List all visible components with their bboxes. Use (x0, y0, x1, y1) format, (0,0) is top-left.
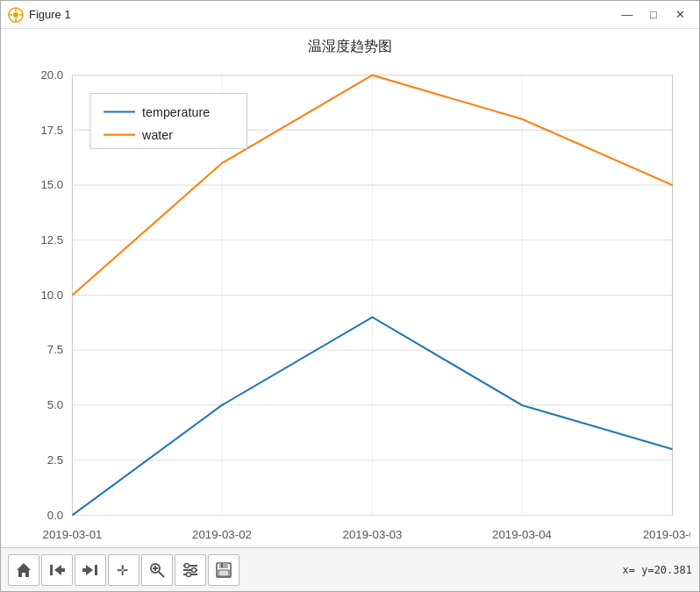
main-window: Figure 1 — □ ✕ 温湿度趋势图 (0, 0, 700, 592)
svg-point-1 (13, 12, 18, 18)
svg-text:0.0: 0.0 (47, 508, 63, 521)
pan-icon: ✛ (115, 561, 132, 579)
window-controls: — □ ✕ (615, 5, 692, 25)
chart-svg: 0.0 2.5 5.0 7.5 10.0 12.5 15.0 17.5 20.0 (10, 61, 690, 547)
configure-icon (182, 561, 199, 579)
configure-button[interactable] (175, 554, 206, 586)
window-icon (8, 7, 24, 23)
svg-point-53 (187, 572, 191, 576)
forward-button[interactable] (75, 554, 106, 586)
title-bar: Figure 1 — □ ✕ (1, 1, 699, 29)
svg-text:7.5: 7.5 (47, 343, 63, 356)
zoom-icon (148, 561, 166, 579)
svg-text:2.5: 2.5 (47, 453, 63, 467)
svg-marker-38 (17, 563, 31, 577)
svg-text:5.0: 5.0 (47, 398, 63, 411)
svg-text:10.0: 10.0 (40, 289, 63, 302)
back-icon (48, 561, 66, 579)
svg-text:2019-03-02: 2019-03-02 (192, 527, 252, 540)
zoom-button[interactable] (141, 554, 173, 586)
toolbar: ✛ (1, 547, 699, 591)
chart-container: 0.0 2.5 5.0 7.5 10.0 12.5 15.0 17.5 20.0 (10, 61, 690, 547)
maximize-button[interactable]: □ (641, 5, 666, 25)
svg-text:2019-03-01: 2019-03-01 (43, 527, 103, 540)
home-button[interactable] (8, 554, 39, 586)
window-title: Figure 1 (29, 8, 615, 21)
chart-title: 温湿度趋势图 (308, 38, 392, 56)
svg-text:20.0: 20.0 (40, 68, 63, 82)
svg-marker-39 (54, 565, 65, 575)
chart-area: 温湿度趋势图 (1, 29, 699, 547)
legend-temperature-label: temperature (142, 105, 210, 119)
svg-point-51 (185, 563, 189, 567)
save-button[interactable] (208, 554, 239, 586)
legend-water-label: water (141, 128, 173, 142)
forward-icon (82, 561, 99, 579)
svg-rect-40 (50, 565, 53, 575)
svg-rect-42 (95, 565, 97, 575)
svg-rect-55 (219, 563, 228, 568)
svg-text:2019-03-04: 2019-03-04 (492, 527, 552, 540)
svg-text:17.5: 17.5 (40, 123, 63, 136)
svg-text:2019-03-05: 2019-03-05 (643, 527, 690, 540)
toolbar-buttons: ✛ (8, 554, 239, 586)
svg-rect-57 (221, 563, 223, 567)
svg-text:2019-03-03: 2019-03-03 (343, 527, 403, 540)
home-icon (15, 561, 32, 579)
pan-button[interactable]: ✛ (108, 554, 139, 586)
svg-marker-41 (82, 565, 93, 575)
svg-line-45 (159, 572, 164, 577)
svg-point-52 (192, 567, 196, 572)
minimize-button[interactable]: — (615, 5, 639, 25)
back-button[interactable] (41, 554, 73, 586)
svg-text:✛: ✛ (117, 563, 128, 578)
status-text: x= y=20.381 (623, 564, 692, 576)
close-button[interactable]: ✕ (668, 5, 692, 25)
save-icon (215, 561, 232, 579)
svg-text:12.5: 12.5 (40, 233, 63, 246)
svg-text:15.0: 15.0 (40, 178, 63, 191)
svg-rect-56 (218, 570, 229, 576)
